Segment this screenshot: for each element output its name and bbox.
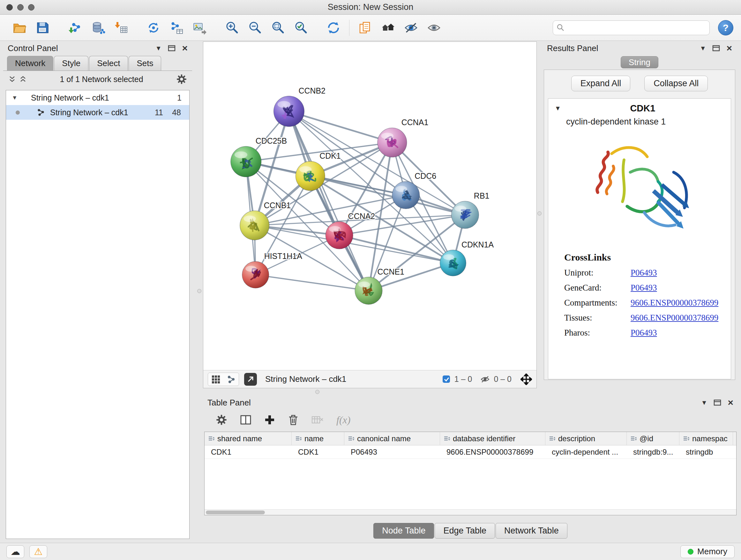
- zoom-selected-button[interactable]: [292, 18, 310, 38]
- network-canvas[interactable]: CCNB2CCNA1CDC25BCDK1CDC6RB1CCNB1CCNA2CDK…: [203, 42, 536, 370]
- panel-float-icon[interactable]: [712, 45, 720, 52]
- table-cell[interactable]: CDK1: [205, 445, 292, 458]
- toggle-glass-button[interactable]: [425, 18, 443, 38]
- export-image-button[interactable]: [190, 18, 209, 38]
- open-in-new-button[interactable]: [244, 373, 257, 386]
- network-node-CCNA2[interactable]: [326, 222, 353, 249]
- column-header--id[interactable]: @id: [627, 432, 679, 445]
- panel-float-icon[interactable]: [714, 399, 721, 406]
- panel-close-icon[interactable]: ×: [182, 45, 188, 51]
- column-header-shared-name[interactable]: shared name: [205, 432, 292, 445]
- gear-icon[interactable]: [176, 74, 187, 84]
- function-builder-button[interactable]: f(x): [336, 414, 350, 426]
- warnings-button[interactable]: ⚠: [29, 545, 47, 558]
- panel-menu-icon[interactable]: ▼: [155, 45, 162, 52]
- table-settings-gear-icon[interactable]: [216, 414, 227, 426]
- table-cell[interactable]: stringdb:9...: [627, 445, 679, 458]
- maximize-window-button[interactable]: [28, 4, 35, 10]
- splitter-handle[interactable]: [197, 289, 201, 293]
- collapse-all-button[interactable]: Collapse All: [644, 76, 708, 91]
- save-session-button[interactable]: [33, 18, 52, 38]
- panel-close-icon[interactable]: ×: [726, 45, 732, 51]
- gene-description: cyclin-dependent kinase 1: [548, 116, 731, 127]
- tab-sets[interactable]: Sets: [129, 56, 161, 71]
- network-node-CCNB1[interactable]: [240, 211, 269, 240]
- panel-close-icon[interactable]: ×: [728, 399, 733, 406]
- copy-document-button[interactable]: [356, 18, 374, 38]
- zoom-fit-button[interactable]: [269, 18, 287, 38]
- hidden-eye-icon[interactable]: [480, 374, 490, 384]
- table-data-row[interactable]: CDK1CDK1P064939606.ENSP00000378699cyclin…: [205, 445, 736, 459]
- minimize-window-button[interactable]: [17, 4, 23, 10]
- crosslink-value-link[interactable]: P06493: [630, 328, 657, 338]
- toggle-structures-button[interactable]: [402, 18, 420, 38]
- first-neighbors-button[interactable]: [144, 18, 163, 38]
- select-columns-icon[interactable]: [240, 415, 252, 425]
- import-network-file-button[interactable]: [66, 18, 84, 38]
- crosslink-value-link[interactable]: 9606.ENSP00000378699: [630, 313, 718, 323]
- network-node-CCNA1[interactable]: [378, 128, 407, 157]
- tab-string[interactable]: String: [621, 56, 658, 68]
- new-network-from-selection-button[interactable]: [167, 18, 186, 38]
- grid-view-button[interactable]: [208, 373, 223, 386]
- column-header-canonical-name[interactable]: canonical name: [344, 432, 440, 445]
- network-node-CDKN1A[interactable]: [440, 250, 466, 276]
- move-crosshair-icon[interactable]: [521, 374, 532, 385]
- tab-network[interactable]: Network: [7, 56, 53, 71]
- zoom-in-button[interactable]: [223, 18, 241, 38]
- tab-edge-table[interactable]: Edge Table: [434, 523, 495, 539]
- network-node-CCNE1[interactable]: [355, 277, 382, 305]
- table-cell[interactable]: CDK1: [292, 445, 344, 458]
- open-session-button[interactable]: [10, 18, 29, 38]
- help-button[interactable]: ?: [718, 20, 733, 36]
- expand-all-button[interactable]: Expand All: [571, 76, 630, 91]
- table-cell[interactable]: cyclin-dependent ...: [545, 445, 627, 458]
- column-header-database-identifier[interactable]: database identifier: [440, 432, 545, 445]
- collapse-all-icon[interactable]: [8, 75, 16, 83]
- network-node-CDC25B[interactable]: [231, 146, 261, 177]
- close-window-button[interactable]: [6, 4, 13, 10]
- search-input[interactable]: [553, 20, 710, 35]
- tab-node-table[interactable]: Node Table: [374, 523, 434, 539]
- network-node-RB1[interactable]: [452, 201, 479, 229]
- scrollbar-thumb[interactable]: [206, 510, 265, 514]
- column-header-name[interactable]: name: [292, 432, 344, 445]
- add-column-icon[interactable]: [264, 415, 275, 425]
- table-horizontal-scrollbar[interactable]: [205, 509, 736, 515]
- splitter-handle[interactable]: [537, 211, 542, 215]
- tab-network-table[interactable]: Network Table: [495, 523, 567, 539]
- cloud-status-button[interactable]: ☁: [6, 545, 24, 558]
- splitter-handle[interactable]: [315, 390, 320, 394]
- apply-layout-button[interactable]: [324, 18, 343, 38]
- tab-select[interactable]: Select: [89, 56, 128, 71]
- tab-style[interactable]: Style: [54, 56, 88, 71]
- network-node-HIST1H1A[interactable]: [242, 261, 269, 288]
- column-header-namespac[interactable]: namespac: [679, 432, 733, 445]
- section-collapse-icon[interactable]: ▼: [555, 105, 561, 112]
- expand-all-icon[interactable]: [19, 75, 27, 83]
- import-table-button[interactable]: [112, 18, 130, 38]
- zoom-out-button[interactable]: [246, 18, 264, 38]
- table-cell[interactable]: stringdb: [679, 445, 733, 458]
- memory-button[interactable]: Memory: [680, 545, 735, 558]
- panel-menu-icon[interactable]: ▼: [700, 45, 706, 52]
- table-cell[interactable]: 9606.ENSP00000378699: [440, 445, 545, 458]
- delete-column-icon[interactable]: [288, 414, 299, 426]
- string-home-button[interactable]: [379, 18, 397, 38]
- selected-checkbox-icon[interactable]: [442, 375, 451, 383]
- network-collection-row[interactable]: ▼ String Network – cdk1 1: [6, 90, 189, 105]
- network-node-CCNB2[interactable]: [274, 96, 305, 127]
- network-overview-button[interactable]: [223, 373, 239, 386]
- column-header-description[interactable]: description: [545, 432, 627, 445]
- import-network-database-button[interactable]: [89, 18, 107, 38]
- crosslink-value-link[interactable]: 9606.ENSP00000378699: [630, 298, 718, 308]
- panel-menu-icon[interactable]: ▼: [701, 399, 708, 407]
- table-cell[interactable]: P06493: [344, 445, 440, 458]
- network-node-CDC6[interactable]: [392, 181, 420, 209]
- crosslink-value-link[interactable]: P06493: [630, 283, 657, 293]
- network-row[interactable]: String Network – cdk1 11 48: [6, 105, 189, 120]
- network-node-CDK1[interactable]: [295, 161, 325, 191]
- panel-float-icon[interactable]: [168, 45, 176, 52]
- tree-expand-icon[interactable]: ▼: [12, 95, 17, 101]
- crosslink-value-link[interactable]: P06493: [630, 268, 657, 278]
